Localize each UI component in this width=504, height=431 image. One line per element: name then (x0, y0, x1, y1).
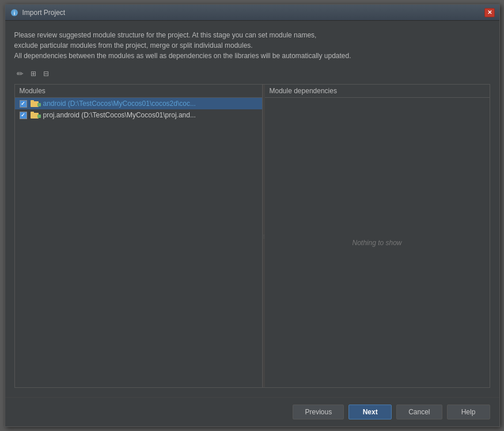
folder-icon-1 (31, 100, 40, 107)
footer: Previous Next Cancel Help (5, 397, 499, 426)
folder-icon-2 (31, 112, 40, 119)
module-checkbox-1[interactable]: ✓ (20, 100, 27, 108)
dependencies-panel: Module dependencies Nothing to show (265, 85, 490, 387)
module-item-1-text: android (D:\TestCocos\MyCocos01\cocos2d\… (43, 100, 196, 108)
help-button[interactable]: Help (447, 405, 490, 419)
window-title: Import Project (22, 9, 484, 17)
panels-container: Modules ✓ android (D:\TestCocos\MyCocos0… (14, 84, 490, 388)
previous-button[interactable]: Previous (293, 405, 344, 419)
module-checkbox-2[interactable]: ✓ (20, 112, 27, 119)
list-item[interactable]: ✓ proj.android (D:\TestCocos\MyCocos01\p… (15, 109, 262, 121)
content-area: Please review suggested module structure… (5, 21, 499, 397)
dependencies-panel-content: Nothing to show (265, 98, 490, 387)
dependencies-panel-header: Module dependencies (265, 85, 490, 98)
toolbar: ✏ ⊞ ⊟ (14, 68, 490, 79)
next-button[interactable]: Next (348, 405, 392, 419)
title-bar: i Import Project ✕ (5, 5, 499, 21)
close-button[interactable]: ✕ (484, 8, 495, 17)
cancel-button[interactable]: Cancel (396, 405, 442, 419)
description-text: Please review suggested module structure… (14, 30, 490, 61)
expand-icon: ⊞ (31, 70, 36, 78)
window-icon: i (10, 8, 19, 17)
collapse-button[interactable]: ⊟ (41, 68, 51, 79)
modules-panel: Modules ✓ android (D:\TestCocos\MyCocos0… (15, 85, 263, 387)
modules-list[interactable]: ✓ android (D:\TestCocos\MyCocos01\cocos2… (15, 98, 262, 387)
collapse-icon: ⊟ (43, 70, 49, 78)
empty-state-text: Nothing to show (352, 239, 401, 247)
import-project-window: i Import Project ✕ Please review suggest… (5, 4, 500, 427)
list-item[interactable]: ✓ android (D:\TestCocos\MyCocos01\cocos2… (15, 98, 262, 109)
edit-button[interactable]: ✏ (14, 68, 26, 79)
pencil-icon: ✏ (17, 69, 24, 78)
expand-button[interactable]: ⊞ (28, 68, 39, 79)
svg-text:i: i (13, 10, 15, 16)
module-item-2-text: proj.android (D:\TestCocos\MyCocos01\pro… (43, 111, 196, 119)
modules-panel-header: Modules (15, 85, 262, 98)
